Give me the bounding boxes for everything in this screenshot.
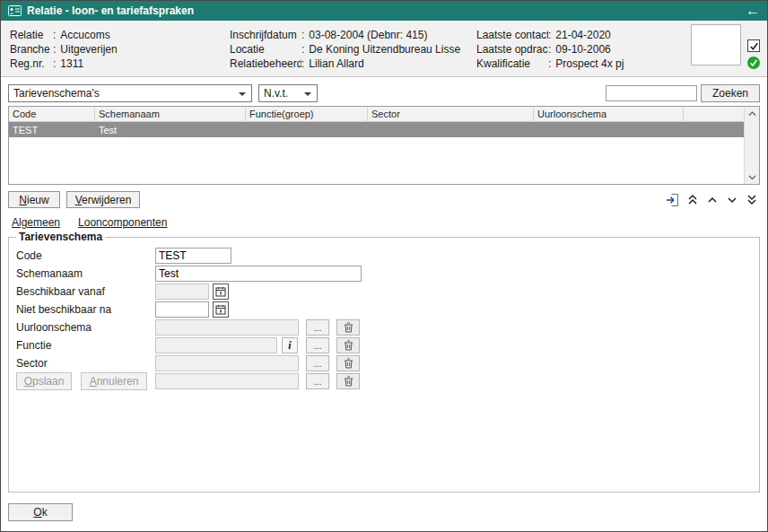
uurloonschema-delete-icon[interactable] (336, 319, 360, 336)
relation-info-panel: Relatie:Accucoms Branche:Uitgeverijen Re… (1, 21, 767, 77)
column-header-schemanaam[interactable]: Schemanaam (95, 107, 246, 121)
detail-tabs: Algemeen Looncomponenten (8, 216, 760, 229)
form-row: Code (16, 247, 752, 265)
inschrijfdatum-label: Inschrijfdatum (230, 28, 301, 42)
scroll-down-icon[interactable] (746, 173, 758, 181)
filter-select-value: N.v.t. (264, 87, 288, 100)
schema-type-select-value: Tarievenschema's (13, 87, 100, 100)
schemanaam-input[interactable] (155, 266, 362, 282)
uurloonschema-lookup-button[interactable]: ... (306, 319, 329, 336)
titlebar: Relatie - loon- en tariefafspraken ← (1, 1, 767, 21)
rooster-delete-icon[interactable] (336, 373, 360, 389)
first-record-icon[interactable] (684, 191, 701, 208)
rooster-lookup-button[interactable]: ... (306, 373, 329, 389)
sector-lookup-button[interactable]: ... (306, 355, 329, 371)
window-title: Relatie - loon- en tariefafspraken (27, 4, 194, 17)
photo-placeholder (691, 24, 741, 65)
next-record-icon[interactable] (723, 191, 740, 208)
schemanaam-label: Schemanaam (16, 267, 155, 280)
cell-sector (368, 122, 534, 137)
form-row: Sector ... (16, 354, 752, 372)
ok-button[interactable]: Ok (8, 503, 73, 521)
form-row: Schemanaam (16, 265, 752, 283)
table-row-selected[interactable]: TEST Test (9, 122, 744, 137)
open-record-icon[interactable] (664, 191, 681, 208)
colon: : (548, 57, 551, 70)
main-content: Tarievenschema's N.v.t. Zoeken Code Sche… (1, 77, 767, 531)
column-header-uurloonschema[interactable]: Uurloonschema (534, 107, 684, 121)
colon: : (301, 57, 304, 70)
form-row: Functie i ... (16, 336, 752, 354)
colon: : (53, 43, 56, 56)
locatie-value: De Koning Uitzendbureau Lisse (309, 43, 460, 56)
beschikbaar-vanaf-label: Beschikbaar vanaf (16, 285, 155, 298)
back-arrow-button[interactable]: ← (746, 4, 760, 18)
sector-input (155, 355, 299, 371)
colon: : (301, 43, 304, 56)
annuleren-button[interactable]: Annuleren (81, 372, 147, 390)
schema-type-select[interactable]: Tarievenschema's (8, 84, 252, 102)
functie-lookup-button[interactable]: ... (306, 337, 329, 353)
table-header-row: Code Schemanaam Functie(groep) Sector Uu… (9, 107, 744, 122)
verwijderen-button[interactable]: Verwijderen (66, 191, 140, 208)
previous-record-icon[interactable] (703, 191, 720, 208)
filter-select[interactable]: N.v.t. (258, 84, 318, 102)
sector-delete-icon[interactable] (336, 355, 360, 371)
relatie-value: Accucoms (60, 29, 109, 41)
code-label: Code (16, 249, 155, 262)
form-buttons: Opslaan Annuleren (16, 372, 147, 390)
functie-delete-icon[interactable] (336, 337, 360, 353)
footer: Ok (8, 503, 760, 521)
laatste-opdracht-value: 09-10-2006 (555, 43, 610, 56)
functie-label: Functie (16, 339, 155, 352)
cell-functie (246, 122, 368, 137)
last-record-icon[interactable] (743, 191, 760, 208)
record-actions: Nieuw Verwijderen (8, 191, 760, 208)
column-header-sector[interactable]: Sector (368, 107, 534, 121)
uurloonschema-input (155, 319, 299, 336)
form-row: Beschikbaar vanaf (16, 283, 752, 301)
regnr-value: 1311 (60, 57, 83, 70)
search-input[interactable] (606, 85, 697, 101)
code-input[interactable] (155, 248, 231, 264)
table-scrollbar[interactable] (744, 107, 759, 184)
calendar-icon[interactable] (213, 283, 229, 300)
colon: : (301, 29, 304, 41)
scroll-up-icon[interactable] (746, 109, 758, 118)
info-column-2: Inschrijfdatum:03-08-2004 (Debnr: 415) L… (230, 28, 460, 71)
locatie-label: Locatie (230, 42, 301, 57)
cell-code: TEST (9, 122, 95, 137)
info-column-1: Relatie:Accucoms Branche:Uitgeverijen Re… (10, 28, 118, 71)
toolbar: Tarievenschema's N.v.t. Zoeken (8, 84, 760, 102)
rooster-input (155, 373, 299, 389)
tab-algemeen[interactable]: Algemeen (12, 216, 60, 229)
calendar-icon[interactable] (213, 301, 229, 318)
opslaan-button[interactable]: Opslaan (16, 372, 72, 390)
column-header-code[interactable]: Code (9, 107, 95, 121)
sector-label: Sector (16, 357, 155, 370)
schema-table: Code Schemanaam Functie(groep) Sector Uu… (8, 106, 760, 185)
relatiebeheerder-label: Relatiebeheerde (230, 57, 301, 71)
record-navigation (664, 191, 760, 208)
active-checkbox[interactable] (747, 39, 760, 52)
inschrijfdatum-value: 03-08-2004 (Debnr: 415) (309, 29, 427, 41)
tarievenschema-groupbox: Tarievenschema Code Schemanaam Beschikba… (8, 231, 760, 493)
relatie-label: Relatie (10, 28, 53, 42)
niet-beschikbaar-na-input[interactable] (155, 301, 209, 318)
nieuw-button[interactable]: Nieuw (8, 191, 60, 208)
functie-info-icon[interactable]: i (282, 337, 298, 353)
tab-looncomponenten[interactable]: Looncomponenten (78, 216, 167, 229)
column-header-functiegroep[interactable]: Functie(groep) (246, 107, 368, 121)
status-ok-icon (747, 57, 760, 69)
relatiebeheerder-value: Lilian Allard (309, 57, 363, 70)
branche-value: Uitgeverijen (60, 43, 117, 56)
colon: : (53, 29, 56, 41)
zoeken-button[interactable]: Zoeken (701, 84, 760, 102)
relation-card-icon (8, 5, 22, 16)
regnr-label: Reg.nr. (10, 57, 53, 71)
kwalificatie-label: Kwalificatie (476, 57, 548, 71)
groupbox-legend: Tarievenschema (16, 231, 105, 243)
form-row: Uurloonschema ... (16, 318, 752, 336)
uurloonschema-label: Uurloonschema (16, 321, 155, 334)
laatste-contact-value: 21-04-2020 (555, 29, 610, 41)
